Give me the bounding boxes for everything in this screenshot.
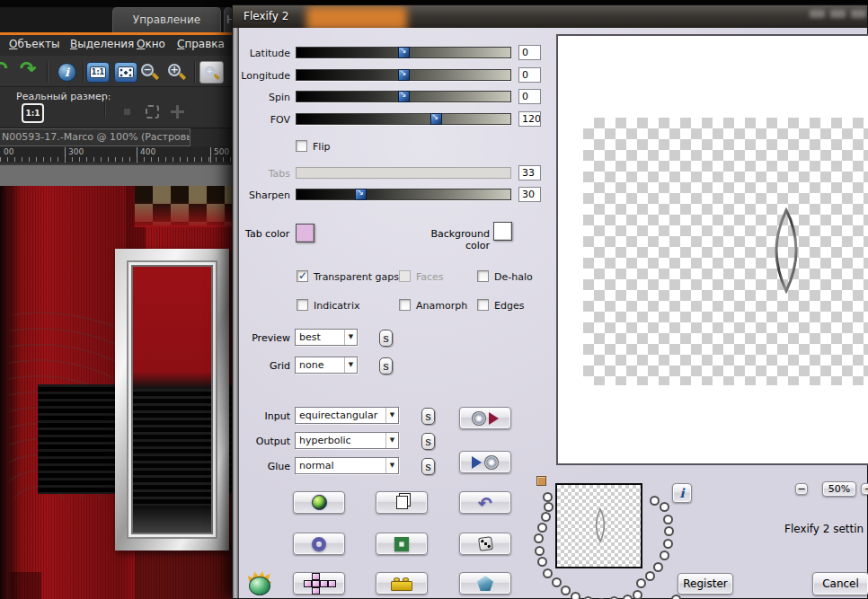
pan-icon[interactable] bbox=[171, 105, 184, 119]
slider-thumb[interactable] bbox=[398, 69, 410, 81]
background-color-swatch[interactable] bbox=[493, 222, 512, 241]
sharpen-slider[interactable] bbox=[296, 189, 511, 200]
menu-selections[interactable]: Выделения bbox=[70, 38, 134, 50]
register-button[interactable]: Register bbox=[678, 573, 733, 595]
zoom-tool-icon[interactable]: + bbox=[199, 61, 224, 84]
real-size-button[interactable]: 1:1 bbox=[22, 103, 44, 123]
ring-button[interactable] bbox=[293, 533, 345, 555]
input-label: Input bbox=[233, 410, 290, 422]
navigator-handle[interactable] bbox=[536, 476, 546, 486]
copy-button[interactable] bbox=[376, 491, 428, 514]
menu-help[interactable]: Справка bbox=[177, 38, 225, 50]
spin-slider[interactable] bbox=[296, 91, 511, 102]
preview-dropdown[interactable]: best ▼ bbox=[295, 329, 358, 346]
canvas-gutter bbox=[0, 164, 232, 186]
grid-s-button[interactable]: s bbox=[379, 357, 393, 374]
output-s-button[interactable]: s bbox=[421, 433, 435, 450]
frame-button[interactable] bbox=[376, 533, 428, 555]
edges-checkbox[interactable] bbox=[477, 299, 489, 311]
glue-s-button[interactable]: s bbox=[421, 458, 435, 475]
actual-size-icon[interactable]: 1:1 bbox=[86, 62, 110, 83]
image-canvas[interactable] bbox=[0, 186, 232, 599]
tab-management[interactable]: Управление bbox=[112, 7, 221, 32]
zoom-in-icon[interactable]: + bbox=[167, 63, 187, 83]
slider-thumb[interactable] bbox=[398, 47, 410, 58]
zoom-in-button[interactable]: + bbox=[861, 483, 868, 495]
globe-button[interactable] bbox=[293, 491, 345, 514]
spin-value[interactable] bbox=[518, 89, 541, 104]
longitude-slider[interactable] bbox=[296, 69, 511, 81]
brick-icon bbox=[391, 577, 412, 591]
longitude-row: Longitude bbox=[233, 69, 547, 84]
dot bbox=[544, 502, 554, 512]
slider-thumb[interactable] bbox=[355, 189, 367, 200]
image-metal-frame bbox=[115, 249, 229, 551]
fov-value[interactable] bbox=[518, 111, 541, 127]
dot bbox=[650, 496, 660, 506]
dot bbox=[663, 539, 673, 549]
undo-button[interactable]: ↶ bbox=[459, 491, 511, 514]
document-title[interactable]: N00593-17.-Marco @ 100% (Растровый.. bbox=[0, 128, 190, 146]
dot bbox=[571, 592, 580, 599]
dialog-body: Latitude Longitude Spin FOV bbox=[233, 28, 867, 598]
tabs-value[interactable] bbox=[518, 165, 541, 181]
latitude-value[interactable] bbox=[518, 45, 541, 60]
dialog-titlebar[interactable]: Flexify 2 bbox=[233, 5, 867, 28]
preview-s-button[interactable]: s bbox=[379, 330, 393, 347]
fov-row: FOV bbox=[233, 113, 547, 128]
selection-icon[interactable] bbox=[146, 105, 159, 119]
redo-icon[interactable]: ↷ bbox=[20, 57, 36, 80]
unfold-button[interactable] bbox=[293, 572, 345, 595]
random-button[interactable] bbox=[459, 533, 511, 555]
load-settings-button[interactable] bbox=[459, 407, 511, 429]
tab-color-swatch[interactable] bbox=[296, 224, 314, 242]
transparency-checker bbox=[583, 118, 868, 385]
center-icon[interactable] bbox=[120, 105, 134, 119]
polyhedron-button[interactable] bbox=[459, 572, 511, 595]
zoom-out-icon[interactable]: − bbox=[140, 63, 160, 83]
longitude-value[interactable] bbox=[518, 67, 541, 83]
ruler-ticks bbox=[0, 157, 232, 162]
undo-icon[interactable]: ↶ bbox=[0, 57, 7, 80]
preview-pane[interactable] bbox=[556, 34, 868, 465]
sharpen-value[interactable] bbox=[518, 187, 541, 202]
fit-screen-icon[interactable] bbox=[114, 62, 137, 83]
settings-text: Flexify 2 settin bbox=[784, 523, 868, 535]
cancel-button[interactable]: Cancel bbox=[812, 572, 868, 595]
info-icon[interactable]: i bbox=[58, 63, 76, 82]
dot bbox=[664, 526, 674, 536]
play-icon bbox=[489, 412, 499, 425]
zoom-out-button[interactable]: − bbox=[795, 483, 808, 495]
indicatrix-checkbox[interactable] bbox=[297, 299, 308, 311]
slider-thumb[interactable] bbox=[430, 113, 442, 125]
preview-thumbnail[interactable] bbox=[555, 483, 642, 568]
dot bbox=[543, 492, 553, 502]
dot bbox=[543, 568, 553, 578]
flip-checkbox[interactable] bbox=[296, 140, 307, 152]
transparent-gaps-checkbox[interactable] bbox=[297, 270, 308, 282]
dot bbox=[645, 571, 655, 581]
grid-dropdown[interactable]: none ▼ bbox=[295, 357, 358, 374]
glue-dropdown[interactable]: normal ▼ bbox=[295, 457, 399, 474]
save-settings-button[interactable] bbox=[459, 451, 511, 473]
menu-window[interactable]: Окно bbox=[137, 38, 165, 50]
dot bbox=[671, 595, 681, 599]
dot bbox=[653, 562, 663, 572]
output-dropdown[interactable]: hyperbolic ▼ bbox=[295, 432, 399, 449]
brick-button[interactable] bbox=[376, 572, 428, 595]
faces-checkbox bbox=[399, 270, 411, 282]
info-button[interactable]: i bbox=[672, 483, 692, 503]
latitude-slider[interactable] bbox=[296, 47, 511, 58]
slider-thumb[interactable] bbox=[398, 91, 410, 102]
grid-label: Grid bbox=[233, 360, 290, 372]
fov-slider[interactable] bbox=[296, 113, 511, 125]
cd-icon bbox=[484, 455, 499, 470]
input-dropdown[interactable]: equirectangular ▼ bbox=[295, 407, 399, 424]
menu-objects[interactable]: Объекты bbox=[9, 38, 59, 50]
flaming-pear-logo-icon bbox=[246, 571, 273, 596]
anamorph-checkbox[interactable] bbox=[399, 299, 411, 311]
dot bbox=[537, 523, 547, 533]
zoom-level-button[interactable]: 50% bbox=[822, 481, 856, 497]
de-halo-checkbox[interactable] bbox=[477, 270, 489, 282]
input-s-button[interactable]: s bbox=[421, 408, 435, 425]
